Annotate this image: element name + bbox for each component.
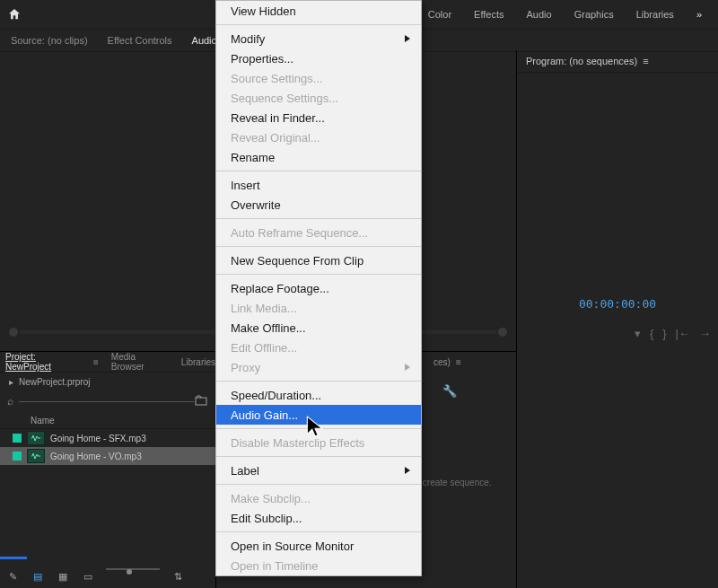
search-icon[interactable]: ⌕ bbox=[7, 395, 13, 408]
list-view-icon[interactable]: ▤ bbox=[31, 569, 45, 584]
program-monitor: Program: (no sequences) ≡ 00:00:00:00 ▾ … bbox=[517, 50, 718, 588]
freeform-view-icon[interactable]: ▭ bbox=[81, 569, 95, 584]
context-menu: View HiddenModifyProperties...Source Set… bbox=[215, 0, 422, 576]
marker-icon[interactable]: ▾ bbox=[635, 327, 641, 340]
new-bin-icon[interactable] bbox=[194, 395, 208, 408]
menu-item-auto-reframe-sequence: Auto Reframe Sequence... bbox=[216, 223, 421, 242]
zoom-slider[interactable] bbox=[106, 568, 160, 584]
program-timecode[interactable]: 00:00:00:00 bbox=[517, 297, 718, 311]
panel-menu-icon[interactable]: ≡ bbox=[93, 357, 99, 367]
step-back-icon[interactable]: |← bbox=[676, 327, 690, 340]
active-panel-indicator bbox=[0, 557, 27, 559]
menu-item-make-subclip: Make Subclip... bbox=[216, 488, 421, 508]
tab-graphics[interactable]: Graphics bbox=[574, 9, 614, 20]
bin-collapse-icon[interactable]: ▸ bbox=[9, 377, 13, 387]
menu-item-proxy: Proxy bbox=[216, 357, 421, 377]
icon-view-icon[interactable]: ▦ bbox=[56, 569, 70, 584]
menu-item-view-hidden[interactable]: View Hidden bbox=[216, 1, 421, 21]
tab-project[interactable]: Project: NewProject bbox=[5, 352, 81, 372]
tab-libraries-panel[interactable]: Libraries bbox=[181, 357, 215, 367]
audio-file-icon bbox=[27, 449, 45, 463]
menu-item-open-in-timeline: Open in Timeline bbox=[216, 556, 421, 575]
project-toolbar: ✎ ▤ ▦ ▭ ⇅ bbox=[5, 568, 185, 584]
menu-item-overwrite[interactable]: Overwrite bbox=[216, 195, 421, 215]
out-bracket-icon[interactable]: } bbox=[662, 327, 666, 340]
project-filename: NewProject.prproj bbox=[19, 377, 90, 387]
tab-audio[interactable]: Audio bbox=[527, 9, 552, 20]
search-input[interactable] bbox=[19, 401, 194, 402]
menu-item-sequence-settings: Sequence Settings... bbox=[216, 88, 421, 108]
svg-rect-0 bbox=[196, 398, 206, 405]
tab-color[interactable]: Color bbox=[428, 9, 451, 20]
workspace-tabs: Color Effects Audio Graphics Libraries » bbox=[428, 9, 718, 20]
timeline-tab[interactable]: ces) bbox=[433, 357, 451, 367]
menu-item-rename[interactable]: Rename bbox=[216, 147, 421, 167]
audio-file-icon bbox=[27, 431, 45, 445]
menu-item-label[interactable]: Label bbox=[216, 461, 421, 480]
menu-item-link-media: Link Media... bbox=[216, 298, 421, 318]
menu-item-modify[interactable]: Modify bbox=[216, 29, 421, 48]
menu-item-new-sequence-from-clip[interactable]: New Sequence From Clip bbox=[216, 250, 421, 270]
step-fwd-icon[interactable]: → bbox=[699, 327, 711, 340]
in-bracket-icon[interactable]: { bbox=[650, 327, 653, 340]
menu-item-speed-duration[interactable]: Speed/Duration... bbox=[216, 385, 421, 405]
menu-item-make-offline[interactable]: Make Offline... bbox=[216, 318, 421, 338]
menu-item-edit-subclip[interactable]: Edit Subclip... bbox=[216, 508, 421, 528]
label-chip bbox=[13, 434, 22, 443]
program-title: Program: (no sequences) bbox=[526, 56, 637, 66]
label-chip bbox=[13, 452, 22, 461]
sort-icon[interactable]: ⇅ bbox=[171, 569, 185, 584]
list-item[interactable]: Going Home - SFX.mp3 bbox=[0, 429, 215, 447]
clip-name: Going Home - SFX.mp3 bbox=[50, 434, 146, 443]
timeline-settings-icon[interactable]: 🔧 bbox=[442, 384, 457, 398]
scroll-handle-right[interactable] bbox=[498, 328, 507, 337]
tab-source[interactable]: Source: (no clips) bbox=[11, 35, 88, 46]
overflow-button[interactable]: » bbox=[696, 9, 702, 20]
project-panel: Project: NewProject ≡ Media Browser Libr… bbox=[0, 352, 215, 588]
list-item[interactable]: Going Home - VO.mp3 bbox=[0, 447, 215, 465]
tab-effects[interactable]: Effects bbox=[474, 9, 503, 20]
menu-item-open-in-source-monitor[interactable]: Open in Source Monitor bbox=[216, 536, 421, 556]
menu-item-reveal-in-finder[interactable]: Reveal in Finder... bbox=[216, 108, 421, 127]
panel-menu-icon[interactable]: ≡ bbox=[643, 56, 648, 66]
tab-media-browser[interactable]: Media Browser bbox=[111, 352, 169, 372]
scroll-handle-left[interactable] bbox=[9, 328, 18, 337]
tab-effect-controls[interactable]: Effect Controls bbox=[108, 35, 172, 46]
menu-item-source-settings: Source Settings... bbox=[216, 68, 421, 88]
panel-menu-icon[interactable]: ≡ bbox=[456, 357, 461, 367]
menu-item-reveal-original: Reveal Original... bbox=[216, 127, 421, 147]
menu-item-replace-footage[interactable]: Replace Footage... bbox=[216, 278, 421, 298]
menu-item-properties[interactable]: Properties... bbox=[216, 48, 421, 68]
write-mode-icon[interactable]: ✎ bbox=[5, 569, 20, 584]
tab-libraries[interactable]: Libraries bbox=[636, 9, 674, 20]
menu-item-insert[interactable]: Insert bbox=[216, 175, 421, 195]
home-button[interactable] bbox=[0, 0, 29, 29]
clip-name: Going Home - VO.mp3 bbox=[50, 452, 142, 461]
cursor-icon bbox=[305, 415, 325, 440]
column-header-name[interactable]: Name bbox=[0, 412, 215, 429]
menu-item-edit-offline: Edit Offline... bbox=[216, 338, 421, 357]
